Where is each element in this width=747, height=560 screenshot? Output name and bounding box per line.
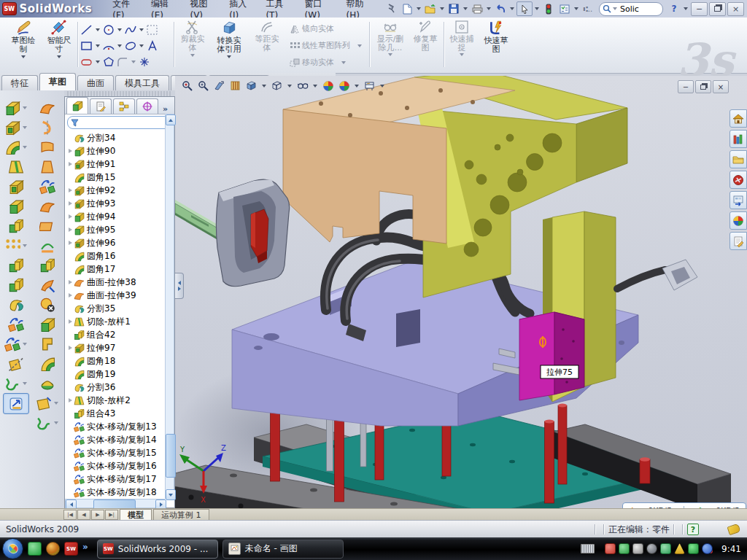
tray-sync-icon[interactable] [702,543,713,554]
move-entities-button[interactable]: 移动实体 [289,57,347,68]
tree-item[interactable]: 组合43 [66,407,166,420]
start-button[interactable] [2,538,23,559]
options-checklist-icon[interactable] [557,2,572,15]
display-delete-relations-button[interactable]: 显示/删 除几... [372,20,409,69]
view-settings-icon[interactable] [363,79,376,93]
part-hose-fitting[interactable] [617,260,697,290]
instant3d-button[interactable] [3,393,29,414]
slot-tool-icon[interactable] [80,56,93,68]
quick-snaps-button[interactable]: 快速捕 捉 [446,20,477,69]
rotate-view-icon[interactable] [212,79,226,93]
nav-next-button[interactable]: ▶ [91,510,104,520]
surface-offset-icon[interactable] [35,216,60,236]
new-dropdown-icon[interactable] [417,7,421,10]
line-tool-icon[interactable] [80,24,93,36]
sketch-button[interactable]: 草图绘 制 [6,20,41,69]
tray-security-alert-icon[interactable] [605,543,616,554]
surface-helix-icon[interactable] [35,413,60,432]
tab-configuration-manager[interactable] [113,98,135,114]
edit-appearance-icon[interactable] [321,79,335,93]
scroll-down-button[interactable] [166,489,176,500]
tree-item[interactable]: 拉伸90 [66,144,166,158]
part-side-insert[interactable] [519,312,584,400]
sketch-text-icon[interactable] [146,40,159,52]
section-view-icon[interactable] [228,79,242,93]
tags-icon[interactable] [727,524,741,535]
graphics-area[interactable]: 拉伸75 Y Z X [175,76,747,508]
tab-property-manager[interactable] [90,98,112,114]
tray-badge-icon[interactable] [632,543,643,554]
tree-item[interactable]: 分割35 [66,302,166,315]
minimize-button[interactable]: − [691,2,708,16]
tray-volume-icon[interactable] [646,543,657,554]
scroll-up-button[interactable] [166,114,176,125]
print-dropdown-icon[interactable] [487,7,491,10]
print-icon[interactable] [470,2,484,15]
tree-filter-box[interactable] [67,116,174,129]
scrollbar-thumb[interactable] [166,434,176,478]
taskbar-clock[interactable]: 9:41 [721,544,741,554]
tab-sketch[interactable]: 草图 [39,73,76,90]
apply-scene-icon[interactable] [337,79,351,93]
hide-show-items-icon[interactable] [295,79,309,93]
tree-item[interactable]: 圆角16 [66,249,166,262]
restore-button[interactable] [709,2,726,16]
combine-icon[interactable] [4,275,28,295]
linear-sketch-pattern-button[interactable]: 线性草图阵列 [289,40,363,51]
boundary-boss-icon[interactable] [4,196,28,216]
tree-item[interactable]: 拉伸95 [66,223,166,236]
tab-surfaces[interactable]: 曲面 [77,75,114,90]
file-explorer-icon[interactable] [729,150,747,168]
model-tab[interactable]: 模型 [120,509,152,521]
display-style-icon[interactable] [270,79,284,93]
surface-planar-icon[interactable] [35,196,60,216]
custom-properties-icon[interactable] [729,232,747,250]
arc-tool-icon[interactable] [102,40,115,52]
tree-item[interactable]: 圆角18 [66,354,166,368]
doc-close-button[interactable]: × [713,80,729,93]
mirror-entities-button[interactable]: 镜向实体 [289,23,334,34]
part-slide-clamp[interactable] [216,179,289,287]
nav-first-button[interactable]: |◀ [63,510,77,520]
options-dropdown-icon[interactable] [574,7,578,10]
fillet-icon[interactable] [4,137,28,157]
surface-ruled-icon[interactable] [35,236,60,255]
model-view[interactable]: 拉伸75 Y Z X [175,76,747,508]
surface-dome-icon[interactable] [35,373,60,393]
undo-dropdown-icon[interactable] [510,7,514,10]
move-copy-icon[interactable] [4,334,28,354]
surface-replace-icon[interactable] [35,314,60,334]
tree-item[interactable]: 实体-移动/复制18 [66,486,166,499]
polygon-tool-icon[interactable] [102,56,115,68]
open-dropdown-icon[interactable] [440,7,444,10]
panel-splitter-handle[interactable] [175,273,184,299]
tree-item[interactable]: 组合42 [66,328,166,341]
more-tabs-chevron[interactable]: » [163,104,168,114]
toolbox-icon[interactable] [729,171,747,189]
quicklaunch-chevron-icon[interactable]: » [82,542,88,552]
nav-prev-button[interactable]: ◀ [77,510,90,520]
tree-item[interactable]: 圆角17 [66,262,166,276]
appearances-scenes-icon[interactable] [729,211,747,230]
linear-pattern-icon[interactable] [4,236,28,255]
quicklaunch-messenger-icon[interactable] [28,542,42,556]
tab-features[interactable]: 特征 [1,75,38,90]
tree-item[interactable]: 拉伸94 [66,210,166,223]
tree-item[interactable]: 切除-放样1 [66,315,166,328]
help-icon[interactable]: ? [667,2,681,15]
surface-freeform-icon[interactable] [35,393,60,413]
open-icon[interactable] [423,2,438,15]
tree-item[interactable]: 切除-放样2 [66,394,166,407]
tree-item[interactable]: 圆角15 [66,171,166,184]
save-icon[interactable] [446,2,461,15]
quick-tips-icon[interactable]: ? [687,524,699,535]
taskbar-item-solidworks[interactable]: SW SolidWorks 2009 - ... [97,540,218,559]
trim-entities-button[interactable]: 剪裁实 体 [177,20,209,69]
surface-patch-icon[interactable] [35,354,60,373]
extrude-boss-icon[interactable] [4,98,28,117]
helix-icon[interactable] [4,373,28,393]
zoom-area-icon[interactable] [196,79,210,93]
search-box[interactable] [599,2,663,16]
swept-boss-icon[interactable] [4,157,28,176]
ellipse-tool-icon[interactable] [124,40,137,52]
